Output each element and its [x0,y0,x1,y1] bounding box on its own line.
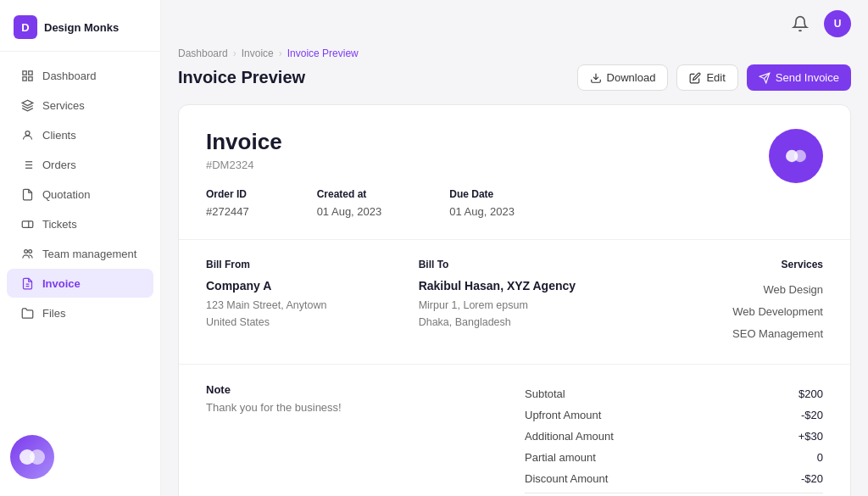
upfront-label: Upfront Amount [525,409,601,421]
breadcrumb-invoice[interactable]: Invoice [242,47,274,59]
created-at-value: 01 Aug, 2023 [317,205,382,218]
sidebar-item-services[interactable]: Services [7,91,153,120]
dashboard-icon [20,69,34,82]
breadcrumb-sep-2: › [279,47,282,59]
user-avatar[interactable]: U [824,10,851,37]
invoice-main-title: Invoice [206,129,515,155]
bill-to-col: Bill To Rakibul Hasan, XYZ Agency Mirpur… [419,259,611,345]
note-totals-section: Note Thank you for the business! Subtota… [179,365,850,496]
svg-marker-4 [22,100,33,105]
service-item-2: Web Development [631,301,823,323]
bill-from-title: Bill From [206,259,398,270]
sidebar-item-team[interactable]: Team management [7,239,153,268]
partial-label: Partial amount [525,451,596,464]
order-id-value: #272447 [206,205,249,218]
discount-label: Discount Amount [525,472,608,485]
sidebar-item-tickets[interactable]: Tickets [7,209,153,238]
page-title: Invoice Preview [178,68,305,87]
service-item-3: SEO Management [631,323,823,345]
svg-rect-2 [22,76,25,80]
svg-point-19 [30,449,45,465]
invoice-icon [20,276,34,290]
invoice-header-section: Invoice #DM2324 Order ID #272447 Created… [179,105,850,240]
sidebar-item-quotation[interactable]: Quotation [7,180,153,209]
svg-point-15 [28,249,31,253]
sidebar-item-dashboard[interactable]: Dashboard [7,61,153,90]
app-name: Design Monks [44,21,119,34]
content-area: Dashboard › Invoice › Invoice Preview In… [161,47,868,496]
invoice-title-block: Invoice #DM2324 Order ID #272447 Created… [206,129,515,219]
download-button[interactable]: Download [577,64,669,91]
sidebar-label-services: Services [42,99,85,112]
subtotal-value: $200 [798,387,823,400]
service-item-1: Web Design [631,279,823,301]
svg-rect-1 [28,70,31,74]
tickets-icon [20,217,34,231]
team-icon [20,247,34,260]
sidebar-item-files[interactable]: Files [7,298,153,327]
created-at-meta: Created at 01 Aug, 2023 [317,188,382,219]
svg-rect-3 [28,76,31,80]
sidebar-bottom [0,426,160,496]
orders-icon [20,158,34,171]
sidebar-logo: D Design Monks [0,0,160,52]
note-title: Note [206,383,504,396]
sidebar-label-clients: Clients [42,129,76,142]
due-date-label: Due Date [449,188,515,200]
breadcrumb: Dashboard › Invoice › Invoice Preview [178,47,851,59]
order-id-meta: Order ID #272447 [206,188,249,219]
svg-rect-12 [22,220,33,227]
invoice-id: #DM2324 [206,159,515,171]
services-col: Services Web Design Web Development SEO … [631,259,823,345]
sidebar-label-tickets: Tickets [42,218,77,231]
bill-from-address: 123 Main Street, Anytown United States [206,297,398,331]
subtotal-label: Subtotal [525,387,565,400]
totals-row-subtotal: Subtotal $200 [525,383,823,404]
main-content: U Dashboard › Invoice › Invoice Preview … [161,0,868,496]
totals-row-upfront: Upfront Amount -$20 [525,404,823,426]
header-actions: Download Edit Send Invoice [577,64,851,91]
totals-row-total: Total Amount $190 [525,493,823,496]
bottom-logo [10,435,54,479]
invoice-card: Invoice #DM2324 Order ID #272447 Created… [178,104,851,496]
bill-to-name: Rakibul Hasan, XYZ Agency [419,279,611,293]
breadcrumb-current: Invoice Preview [287,47,359,59]
send-invoice-button[interactable]: Send Invoice [747,64,851,91]
due-date-value: 01 Aug, 2023 [449,205,515,218]
sidebar-nav: Dashboard Services Clients Orders [0,52,160,426]
totals-row-partial: Partial amount 0 [525,447,823,468]
notification-icon[interactable] [787,10,814,37]
svg-rect-0 [22,70,25,74]
services-title: Services [631,259,823,270]
edit-button[interactable]: Edit [676,64,737,91]
bill-section: Bill From Company A 123 Main Street, Any… [179,240,850,365]
created-at-label: Created at [317,188,382,200]
breadcrumb-sep-1: › [233,47,236,59]
bill-to-title: Bill To [419,259,611,270]
additional-label: Additional Amount [525,430,614,443]
page-header: Invoice Preview Download Edit Send Invoi… [178,64,851,91]
totals-table: Subtotal $200 Upfront Amount -$20 Additi… [525,383,823,496]
sidebar-item-clients[interactable]: Clients [7,120,153,149]
services-list: Web Design Web Development SEO Managemen… [631,279,823,345]
logo-icon: D [14,15,37,39]
services-icon [20,98,34,112]
note-block: Note Thank you for the business! [206,383,504,496]
sidebar-label-team: Team management [42,248,136,260]
partial-value: 0 [817,451,823,464]
discount-value: -$20 [801,472,823,485]
note-text: Thank you for the business! [206,401,504,414]
svg-point-24 [794,150,806,162]
quotation-icon [20,187,34,201]
additional-value: +$30 [798,430,823,443]
sidebar: D Design Monks Dashboard Services Client… [0,0,161,496]
bill-from-name: Company A [206,279,398,293]
breadcrumb-dashboard[interactable]: Dashboard [178,47,228,59]
sidebar-item-invoice[interactable]: Invoice [7,269,153,298]
svg-point-5 [25,131,30,135]
sidebar-item-orders[interactable]: Orders [7,150,153,179]
totals-block: Subtotal $200 Upfront Amount -$20 Additi… [525,383,823,496]
files-icon [20,306,34,320]
upfront-value: -$20 [801,409,823,421]
invoice-logo [769,129,823,183]
